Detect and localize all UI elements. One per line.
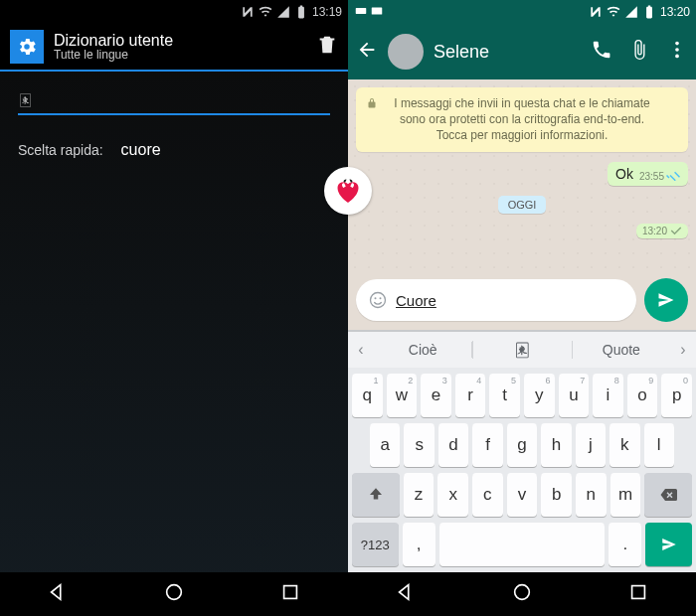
nav-back-icon[interactable]	[395, 581, 417, 607]
app-subtitle: Tutte le lingue	[54, 49, 306, 62]
suggestion-next[interactable]: ›	[670, 341, 696, 359]
svg-rect-1	[283, 586, 296, 599]
suggestion-bar: ‹ Cioè 🀀 Quote ›	[348, 330, 696, 368]
keyboard-row-2: asdfghjkl	[352, 423, 692, 467]
svg-point-5	[675, 48, 679, 52]
suggestion-prev[interactable]: ‹	[348, 341, 374, 359]
status-time: 13:20	[660, 5, 690, 19]
nav-home-icon[interactable]	[511, 581, 533, 607]
nfc-icon	[241, 5, 255, 19]
keyboard-row-1: q1w2e3r4t5y6u7i8o9p0	[352, 374, 692, 417]
status-bar: 13:19	[0, 0, 348, 24]
key-a[interactable]: a	[370, 423, 400, 467]
status-time: 13:19	[312, 5, 342, 19]
send-button[interactable]	[644, 278, 688, 322]
key-f[interactable]: f	[472, 423, 502, 467]
chat-area[interactable]: I messaggi che invii in questa chat e le…	[348, 79, 696, 272]
nav-bar	[0, 572, 348, 616]
key-k[interactable]: k	[609, 423, 639, 467]
key-i[interactable]: i8	[593, 374, 623, 417]
date-separator: OGGI	[498, 196, 547, 214]
suggestion-1[interactable]: Cioè	[374, 342, 472, 358]
word-input[interactable]	[18, 85, 330, 115]
message-out-small[interactable]: 13:20	[636, 224, 688, 238]
enter-key[interactable]	[645, 523, 692, 566]
message-input[interactable]: Cuore	[356, 279, 636, 321]
left-screen: 13:19 Dizionario utente Tutte le lingue …	[0, 0, 348, 616]
right-screen: 13:20 Selene I messaggi che invii in que…	[348, 0, 696, 616]
key-o[interactable]: o9	[627, 374, 658, 417]
settings-icon[interactable]	[10, 30, 44, 64]
nav-back-icon[interactable]	[47, 581, 69, 607]
backspace-key[interactable]	[644, 473, 692, 517]
key-s[interactable]: s	[404, 423, 434, 467]
key-w[interactable]: w2	[387, 374, 418, 417]
key-n[interactable]: n	[576, 473, 607, 517]
key-h[interactable]: h	[541, 423, 571, 467]
svg-rect-3	[372, 7, 383, 14]
period-key[interactable]: .	[609, 523, 641, 566]
delete-button[interactable]	[316, 34, 338, 60]
call-button[interactable]	[591, 39, 612, 65]
battery-icon	[642, 5, 656, 19]
message-time: 13:20	[642, 226, 667, 236]
sent-tick-icon	[670, 227, 682, 235]
key-u[interactable]: u7	[559, 374, 590, 417]
key-d[interactable]: d	[438, 423, 468, 467]
nav-home-icon[interactable]	[163, 581, 185, 607]
back-button[interactable]	[356, 39, 378, 65]
read-receipt-icon	[666, 171, 680, 181]
app-bar: Dizionario utente Tutte le lingue	[0, 24, 348, 72]
suggestion-3[interactable]: Quote	[573, 342, 670, 358]
typed-text: Cuore	[396, 292, 436, 309]
avatar[interactable]	[388, 34, 424, 70]
app-title: Dizionario utente	[54, 32, 306, 50]
shortcut-label: Scelta rapida:	[18, 142, 103, 158]
status-bar: 13:20	[348, 0, 696, 24]
chat-app-bar: Selene	[348, 24, 696, 79]
symbols-key[interactable]: ?123	[352, 523, 399, 566]
key-e[interactable]: e3	[421, 374, 451, 417]
key-r[interactable]: r4	[455, 374, 486, 417]
encryption-notice[interactable]: I messaggi che invii in questa chat e le…	[356, 87, 688, 152]
key-v[interactable]: v	[507, 473, 538, 517]
keyboard-icon	[370, 4, 384, 21]
svg-point-0	[167, 585, 182, 600]
comma-key[interactable]: ,	[403, 523, 435, 566]
suggestion-2[interactable]: 🀀	[472, 341, 572, 359]
nfc-icon	[589, 5, 603, 19]
key-m[interactable]: m	[610, 473, 641, 517]
key-q[interactable]: q1	[352, 374, 383, 417]
attach-button[interactable]	[628, 39, 650, 65]
key-j[interactable]: j	[576, 423, 606, 467]
content-area: Scelta rapida:	[0, 72, 348, 163]
more-button[interactable]	[666, 39, 688, 65]
key-c[interactable]: c	[472, 473, 503, 517]
space-key[interactable]	[439, 523, 605, 566]
key-y[interactable]: y6	[524, 374, 555, 417]
key-p[interactable]: p0	[661, 374, 692, 417]
key-b[interactable]: b	[541, 473, 572, 517]
watermark-badge	[324, 167, 372, 215]
svg-point-4	[675, 42, 679, 46]
nav-recent-icon[interactable]	[279, 581, 301, 607]
key-l[interactable]: l	[644, 423, 674, 467]
shortcut-input[interactable]	[121, 137, 261, 163]
shift-key[interactable]	[352, 473, 400, 517]
input-row: Cuore	[348, 272, 696, 330]
key-x[interactable]: x	[437, 473, 468, 517]
emoji-icon[interactable]	[368, 290, 388, 310]
message-out[interactable]: Ok 23:55	[608, 162, 688, 186]
chat-title[interactable]: Selene	[434, 42, 575, 63]
key-t[interactable]: t5	[489, 374, 520, 417]
wifi-icon	[259, 5, 272, 19]
keyboard-row-3: zxcvbnm	[352, 473, 692, 517]
key-g[interactable]: g	[507, 423, 537, 467]
battery-icon	[294, 5, 308, 19]
svg-point-10	[515, 585, 530, 600]
app-title-block: Dizionario utente Tutte le lingue	[54, 32, 306, 63]
nav-recent-icon[interactable]	[627, 581, 649, 607]
key-z[interactable]: z	[404, 473, 435, 517]
svg-point-8	[375, 297, 377, 299]
svg-point-7	[371, 293, 386, 308]
